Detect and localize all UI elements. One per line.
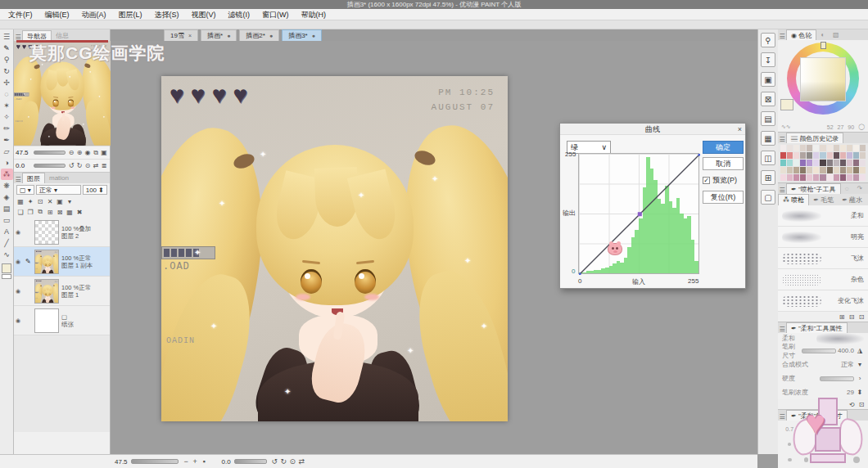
color-history-swatch[interactable] [840, 174, 846, 181]
tab-color-history[interactable]: ▤ 颜色历史记录 [786, 133, 843, 143]
panel-menu-icon[interactable]: ☰ [778, 136, 786, 143]
nav-rotate-icon-2[interactable]: ↻ [75, 162, 84, 169]
menu-item-4[interactable]: 图层(L) [119, 9, 142, 20]
status-zoom-icon-3[interactable]: ▪ [200, 457, 209, 466]
status-rotate-icon-2[interactable]: ↻ [279, 457, 288, 466]
nav-zoom-icon-5[interactable]: ▣ [100, 149, 108, 157]
reset-button[interactable]: 复位(R) [703, 191, 744, 204]
tool-rotate-view-icon[interactable]: ↻ [1, 65, 13, 77]
tab-animation[interactable]: mation [45, 173, 73, 183]
menu-item-1[interactable]: 文件(F) [8, 9, 33, 20]
menu-item-8[interactable]: 窗口(W) [262, 9, 289, 20]
property-control[interactable]: 400.0◮ [802, 347, 864, 354]
color-history-swatch[interactable] [820, 174, 825, 181]
subtool-group-3[interactable]: ✒ 蘸水 [838, 194, 866, 205]
subtool-footer-icon-2[interactable]: ⊟ [848, 313, 856, 321]
subtool-item-2[interactable]: 明亮 [778, 227, 868, 248]
color-history-swatch[interactable] [813, 152, 819, 159]
property-slider[interactable] [820, 376, 854, 381]
color-history-swatch[interactable] [847, 160, 852, 166]
doc-tab-2[interactable]: 插画*● [201, 29, 237, 41]
stepper-icon[interactable]: ⬍ [856, 389, 864, 396]
panel-menu-icon[interactable]: ☰ [778, 187, 786, 194]
color-history-swatch[interactable] [847, 152, 852, 159]
curve-control-point[interactable] [579, 273, 581, 276]
preview-checkbox[interactable]: ✓ 预览(P) [703, 175, 737, 186]
collapsed-panel-icon-5[interactable]: ▤ [761, 111, 775, 126]
subtool-footer-icon-3[interactable]: ⊡ [857, 313, 866, 321]
layer-thumbnail[interactable]: ♥♥♥♥ PM 10:25 AUGUST 07 .OAD OADIN ✦✦✦✦✦… [34, 279, 59, 304]
color-history-swatch[interactable] [793, 167, 799, 173]
tool-blend-icon[interactable]: ◑ [1, 157, 13, 169]
close-icon[interactable]: × [188, 33, 192, 38]
panel-menu-icon[interactable]: ☰ [778, 33, 786, 40]
color-history-swatch[interactable] [853, 174, 859, 181]
color-history-swatch[interactable] [827, 174, 833, 181]
panel-menu-icon[interactable]: ☰ [778, 326, 786, 333]
status-rotate-icon-3[interactable]: ⊙ [288, 457, 297, 466]
color-history-swatch[interactable] [793, 160, 799, 166]
color-history-swatch[interactable] [853, 152, 859, 159]
property-slider[interactable] [802, 349, 836, 353]
subtool-group-1[interactable]: ⁂ 喷枪 [778, 194, 809, 205]
layer-prop-icon-6[interactable]: ▾ [66, 198, 74, 205]
layer-thumbnail[interactable]: ♥♥♥♥ PM 10:25 AUGUST 07 .OAD OADIN ✦✦✦✦✦… [34, 250, 59, 274]
color-history-swatch[interactable] [820, 145, 825, 151]
menu-item-9[interactable]: 帮助(H) [301, 9, 327, 20]
rotate-slider[interactable] [34, 164, 66, 168]
tab-extra-1[interactable]: ◌ [841, 183, 853, 194]
subtool-group-2[interactable]: ✒ 毛笔 [809, 194, 838, 205]
subtool-item-4[interactable]: 杂色 [778, 269, 868, 290]
layer-thumbnail[interactable] [34, 308, 59, 333]
collapsed-panel-icon-6[interactable]: ▦ [761, 131, 775, 146]
color-history-swatch[interactable] [840, 145, 846, 151]
color-history-swatch[interactable] [807, 167, 812, 173]
color-history-swatch[interactable] [827, 145, 833, 151]
layer-row-2[interactable]: ◉✎ ♥♥♥♥ PM 10:25 AUGUST 07 .OAD OADIN ✦✦… [14, 247, 110, 277]
wave-icon[interactable]: ∿∿ [781, 124, 791, 130]
doc-tab-4[interactable]: 插画3*● [282, 29, 322, 41]
tool-shape-icon[interactable]: ▭ [1, 214, 13, 226]
cancel-button[interactable]: 取消 [703, 157, 744, 170]
color-history-swatch[interactable] [807, 160, 812, 166]
collapsed-panel-icon-4[interactable]: ⊠ [761, 92, 775, 106]
color-history-swatch[interactable] [827, 152, 833, 159]
nav-rotate-icon-3[interactable]: ⊙ [84, 162, 92, 169]
doc-tab-3[interactable]: 插画2*● [239, 29, 279, 41]
tab-subtool[interactable]: ✒ "喷枪"子工具 [786, 183, 841, 194]
nav-zoom-icon-4[interactable]: ⧉ [92, 149, 100, 157]
color-history-swatch[interactable] [800, 167, 806, 173]
menu-item-5[interactable]: 选择(S) [155, 9, 179, 20]
color-history-swatch[interactable] [834, 145, 839, 151]
color-history-swatch[interactable] [827, 167, 833, 173]
color-history-swatch[interactable] [793, 145, 799, 151]
tone-curve[interactable] [579, 154, 700, 275]
nav-zoom-icon-3[interactable]: ◉ [84, 149, 92, 157]
hue-marker[interactable] [821, 42, 826, 49]
color-history-swatch[interactable] [800, 145, 806, 151]
curve-control-point[interactable] [638, 212, 642, 216]
color-history-swatch[interactable] [840, 152, 846, 159]
layer-action-icon-2[interactable]: ❐ [26, 209, 34, 216]
color-history-swatch[interactable] [793, 152, 799, 159]
layer-action-icon-7[interactable]: ✖ [75, 209, 84, 216]
color-history-swatch[interactable] [813, 174, 819, 181]
color-history-swatch[interactable] [827, 160, 833, 166]
dialog-title[interactable]: 曲线 × [560, 124, 745, 135]
blend-mode-dropdown[interactable]: 正常 ▾ [36, 185, 81, 195]
collapsed-panel-icon-7[interactable]: ◫ [761, 151, 775, 165]
layer-action-icon-3[interactable]: ⧉ [36, 208, 44, 216]
close-icon[interactable]: × [738, 124, 742, 135]
collapsed-panel-icon-9[interactable]: ▢ [761, 190, 775, 205]
color-history-swatch[interactable] [787, 145, 793, 151]
layer-action-icon-6[interactable]: ▦ [66, 209, 74, 216]
menu-item-7[interactable]: 滤镜(I) [228, 9, 251, 20]
color-history-swatch[interactable] [793, 174, 799, 181]
property-control[interactable]: 29⬍ [847, 389, 864, 396]
nav-zoom-icon-2[interactable]: ⊕ [75, 149, 84, 157]
tool-pen-nib-icon[interactable]: ✒ [1, 134, 13, 146]
color-history-swatch[interactable] [807, 174, 812, 181]
tab-tool-property[interactable]: ✒ "柔和"工具属性 [786, 322, 848, 333]
layer-prop-icon-3[interactable]: ⊡ [36, 198, 44, 205]
color-history-swatch[interactable] [807, 152, 812, 159]
